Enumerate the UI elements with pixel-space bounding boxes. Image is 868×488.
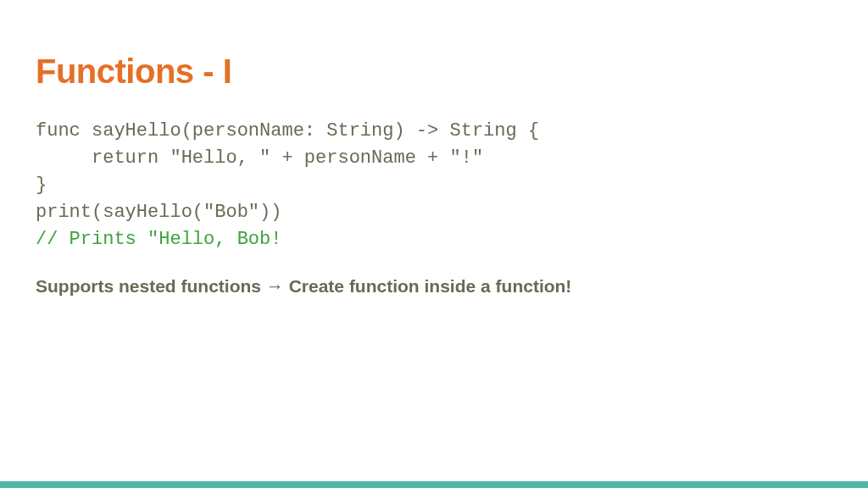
code-line-3: } (36, 175, 47, 196)
code-line-4: print(sayHello("Bob")) (36, 202, 281, 223)
slide: Functions - I func sayHello(personName: … (0, 0, 868, 297)
slide-title: Functions - I (36, 53, 832, 91)
footer-accent-bar (0, 481, 868, 488)
code-line-2: return "Hello, " + personName + "!" (36, 147, 483, 169)
code-line-1: func sayHello(personName: String) -> Str… (36, 120, 539, 141)
code-block: func sayHello(personName: String) -> Str… (36, 118, 832, 252)
code-comment: // Prints "Hello, Bob! (36, 229, 281, 250)
slide-note: Supports nested functions → Create funct… (36, 276, 832, 297)
